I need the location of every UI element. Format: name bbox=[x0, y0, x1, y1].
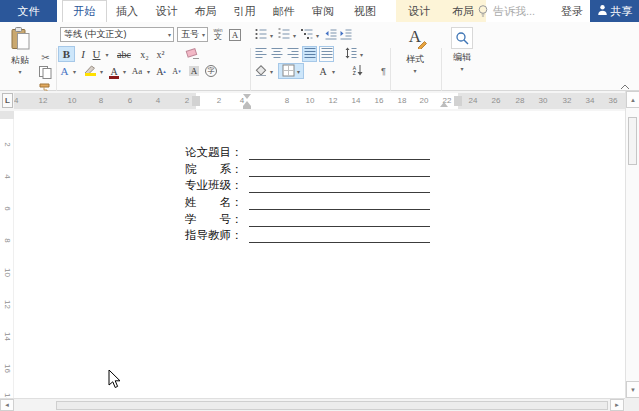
tab-mailings[interactable]: 邮件 bbox=[264, 0, 303, 22]
superscript-button[interactable]: x² bbox=[153, 46, 168, 62]
form-underline[interactable] bbox=[249, 213, 430, 227]
line-spacing-dropdown-icon[interactable]: ▾ bbox=[358, 46, 365, 62]
highlight-dropdown-icon[interactable]: ▾ bbox=[98, 63, 105, 79]
form-underline[interactable] bbox=[249, 196, 430, 210]
scroll-up-button[interactable]: ▲ bbox=[626, 91, 639, 108]
shrink-font-button[interactable]: A▾ bbox=[170, 63, 183, 79]
vertical-scroll-thumb[interactable] bbox=[628, 117, 637, 165]
caret-down-icon: ▾ bbox=[178, 68, 181, 74]
justify-button[interactable] bbox=[302, 46, 317, 62]
character-border-button[interactable]: A bbox=[228, 27, 242, 42]
document-page[interactable]: 论文题目： 院 系： 专业班级： 姓 名： 学 号： 指导教师： bbox=[14, 111, 625, 398]
shading-button[interactable] bbox=[254, 63, 268, 79]
share-button[interactable]: 共享 bbox=[590, 0, 639, 22]
right-indent-marker[interactable] bbox=[440, 102, 448, 107]
sort-button[interactable]: AZ bbox=[350, 63, 366, 79]
phonetic-guide-button[interactable]: wén 文 bbox=[211, 27, 225, 42]
sign-in-button[interactable]: 登录 bbox=[556, 0, 588, 22]
bullet-list-dropdown-icon[interactable]: ▾ bbox=[268, 27, 275, 43]
decrease-indent-button[interactable] bbox=[324, 27, 337, 43]
styles-button[interactable]: A 样式 ▾ bbox=[394, 27, 436, 74]
italic-button[interactable]: I bbox=[77, 46, 89, 62]
increase-indent-button[interactable] bbox=[339, 27, 352, 43]
horizontal-ruler[interactable]: 1412108642248101214161820222426283032343… bbox=[14, 93, 625, 109]
align-right-button[interactable] bbox=[286, 46, 300, 62]
underline-button[interactable]: U bbox=[90, 46, 103, 62]
grow-font-button[interactable]: A▴ bbox=[154, 63, 168, 79]
bold-button[interactable]: B bbox=[58, 46, 75, 62]
align-center-button[interactable] bbox=[270, 46, 284, 62]
highlighter-pen-icon bbox=[83, 65, 96, 78]
tab-file[interactable]: 文件 bbox=[0, 0, 57, 22]
show-marks-button[interactable]: ¶ bbox=[378, 63, 389, 79]
character-shading-button[interactable]: A bbox=[187, 63, 201, 79]
font-color-button[interactable]: A bbox=[107, 63, 121, 79]
asian-layout-dropdown-icon[interactable]: ▾ bbox=[330, 63, 337, 79]
multilevel-list-dropdown-icon[interactable]: ▾ bbox=[314, 27, 321, 43]
ruler-number: 30 bbox=[539, 93, 548, 109]
cut-button[interactable]: ✂ bbox=[38, 51, 53, 64]
tab-home[interactable]: 开始 bbox=[62, 0, 107, 22]
enclose-character-button[interactable]: 字 bbox=[203, 63, 219, 79]
tab-design[interactable]: 设计 bbox=[147, 0, 186, 22]
change-case-dropdown-icon[interactable]: ▾ bbox=[145, 63, 152, 79]
tell-me-box[interactable]: 告诉我... bbox=[491, 0, 537, 22]
text-effects-button[interactable]: A bbox=[58, 63, 71, 79]
align-right-icon bbox=[287, 47, 299, 61]
tab-selector-button[interactable]: L bbox=[2, 93, 13, 108]
decrease-indent-icon bbox=[325, 28, 337, 42]
ruler-number: 10 bbox=[68, 93, 77, 109]
multilevel-list-button[interactable] bbox=[300, 27, 314, 43]
change-case-button[interactable]: Aa bbox=[129, 63, 145, 79]
tab-view[interactable]: 视图 bbox=[345, 0, 385, 22]
word-window: 文件 开始 插入 设计 布局 引用 邮件 审阅 视图 设计 布局 告诉我... … bbox=[0, 0, 639, 411]
numbered-list-dropdown-icon[interactable]: ▾ bbox=[291, 27, 298, 43]
tab-references[interactable]: 引用 bbox=[225, 0, 264, 22]
underline-dropdown-icon[interactable]: ▾ bbox=[103, 46, 111, 62]
scroll-left-button[interactable]: ◄ bbox=[0, 399, 14, 411]
align-left-button[interactable] bbox=[254, 46, 268, 62]
ruler-number: 12 bbox=[3, 298, 12, 312]
form-underline[interactable] bbox=[249, 179, 430, 193]
strikethrough-button[interactable]: abc bbox=[113, 46, 135, 62]
horizontal-scroll-thumb[interactable] bbox=[56, 401, 608, 410]
tab-insert[interactable]: 插入 bbox=[107, 0, 147, 22]
form-underline[interactable] bbox=[249, 163, 430, 177]
numbered-list-button[interactable] bbox=[277, 27, 291, 43]
multilevel-list-icon bbox=[301, 28, 313, 42]
text-highlight-button[interactable] bbox=[81, 63, 98, 79]
shading-dropdown-icon[interactable]: ▾ bbox=[268, 63, 275, 79]
scroll-right-button[interactable]: ► bbox=[610, 399, 624, 411]
borders-button[interactable]: ▾ bbox=[278, 63, 304, 79]
form-underline[interactable] bbox=[249, 146, 430, 160]
ruler-number: 6 bbox=[128, 93, 132, 109]
vertical-scrollbar[interactable]: ▲ ▼ bbox=[625, 91, 639, 398]
share-label: 共享 bbox=[611, 4, 633, 19]
vertical-ruler[interactable]: 24681012141618 bbox=[0, 111, 14, 398]
left-indent-marker[interactable] bbox=[243, 106, 251, 109]
font-size-select[interactable]: 五号 ▾ bbox=[177, 27, 208, 42]
horizontal-scrollbar[interactable]: ◄ ► bbox=[0, 398, 639, 411]
contextual-tab-design[interactable]: 设计 bbox=[400, 0, 438, 22]
enclose-character-icon: 字 bbox=[205, 65, 217, 77]
person-icon bbox=[597, 4, 608, 18]
copy-button[interactable] bbox=[38, 67, 53, 80]
bullet-list-button[interactable] bbox=[254, 27, 268, 43]
font-name-select[interactable]: 等线 (中文正文) ▾ bbox=[60, 27, 174, 42]
paste-button[interactable]: 粘贴 ▾ bbox=[5, 27, 35, 75]
text-effects-dropdown-icon[interactable]: ▾ bbox=[71, 63, 78, 79]
scroll-down-button[interactable]: ▼ bbox=[626, 381, 639, 398]
clear-formatting-button[interactable] bbox=[184, 46, 202, 62]
asian-layout-button[interactable]: A bbox=[316, 63, 330, 79]
tab-review[interactable]: 审阅 bbox=[303, 0, 343, 22]
distribute-button[interactable] bbox=[319, 46, 334, 62]
line-spacing-button[interactable] bbox=[344, 46, 358, 62]
right-margin-marker[interactable] bbox=[454, 96, 462, 106]
first-line-indent-marker[interactable] bbox=[243, 94, 251, 99]
subscript-button[interactable]: x₂ bbox=[137, 46, 152, 62]
tab-layout[interactable]: 布局 bbox=[186, 0, 225, 22]
form-underline[interactable] bbox=[249, 229, 430, 243]
font-color-dropdown-icon[interactable]: ▾ bbox=[121, 63, 128, 79]
editing-button[interactable]: 编辑 ▾ bbox=[445, 27, 479, 72]
left-margin-marker[interactable] bbox=[192, 96, 200, 106]
